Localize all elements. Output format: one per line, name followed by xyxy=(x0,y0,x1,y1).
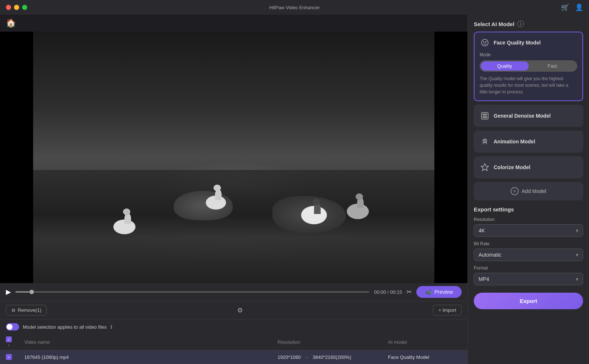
svg-rect-5 xyxy=(483,117,484,118)
res-to: 3840*2160(200%) xyxy=(313,354,351,360)
row-filename: 187645 (1080p).mp4 xyxy=(24,354,278,360)
close-button[interactable] xyxy=(6,5,11,10)
format-arrow: ▾ xyxy=(576,276,578,282)
title-bar: HitPaw Video Enhancer 🛒 👤 xyxy=(0,0,589,15)
model-toggle-switch[interactable] xyxy=(6,323,19,331)
add-model-label: Add Model xyxy=(522,188,546,194)
video-black-right xyxy=(434,32,468,283)
remove-button[interactable]: ⊖ Remove(1) xyxy=(6,305,47,315)
face-quality-model-card[interactable]: Face Quality Model Mode Quality Fast The… xyxy=(474,32,583,101)
cart-icon[interactable]: 🛒 xyxy=(561,3,569,11)
colorize-model-card[interactable]: Colorize Model xyxy=(474,156,583,178)
svg-rect-7 xyxy=(485,117,487,118)
row-ai-model: Face Quality Model xyxy=(388,354,462,360)
video-black-left xyxy=(0,32,33,283)
svg-point-1 xyxy=(483,42,484,42)
toggle-info-icon[interactable]: ℹ xyxy=(110,324,112,330)
ai-model-section-title: Select AI Model i xyxy=(474,21,583,27)
table-row[interactable]: ✓ 187645 (1080p).mp4 1920*1080 → 3840*21… xyxy=(0,350,468,364)
import-button[interactable]: + Import xyxy=(433,305,462,315)
general-denoise-model-name: General Denoise Model xyxy=(494,113,551,119)
res-arrow: → xyxy=(304,354,311,360)
resolution-value: 4K xyxy=(479,228,485,233)
general-denoise-model-card[interactable]: General Denoise Model xyxy=(474,105,583,127)
duck3 xyxy=(301,197,334,228)
minus-icon: ⊖ xyxy=(11,307,15,313)
export-label: Export xyxy=(520,298,537,304)
video-area xyxy=(0,32,468,283)
video-image xyxy=(33,32,434,283)
preview-button[interactable]: 📹 Preview xyxy=(416,286,462,298)
preview-label: Preview xyxy=(434,289,453,295)
progress-bar[interactable] xyxy=(15,291,370,293)
model-toggle-row: Model selection applies to all video fil… xyxy=(0,320,468,334)
bitrate-select[interactable]: Automatic ▾ xyxy=(474,249,583,261)
general-denoise-model-icon xyxy=(480,111,490,121)
play-button[interactable]: ▶ xyxy=(6,288,11,296)
header-chevron: › xyxy=(8,342,10,348)
mode-quality-option[interactable]: Quality xyxy=(481,61,529,71)
format-label: Format xyxy=(474,265,583,271)
svg-point-2 xyxy=(486,42,486,42)
duck4 xyxy=(347,197,374,223)
ai-model-info-icon[interactable]: i xyxy=(517,21,524,27)
resolution-label: Resolution xyxy=(474,217,583,222)
progress-fill xyxy=(15,291,29,293)
row-check-col: ✓ xyxy=(6,354,24,360)
video-canvas xyxy=(0,32,468,283)
duck1 xyxy=(113,212,143,238)
mode-toggle: Quality Fast xyxy=(480,60,577,72)
colorize-model-name: Colorize Model xyxy=(494,164,530,170)
toggle-thumb xyxy=(7,324,13,330)
row-checkbox[interactable]: ✓ xyxy=(6,354,12,360)
add-model-icon: + xyxy=(511,187,519,195)
right-panel: Select AI Model i Face Quality Model Mod… xyxy=(468,15,589,364)
svg-point-0 xyxy=(482,39,488,46)
duck2 xyxy=(206,190,232,213)
preview-icon: 📹 xyxy=(425,289,431,295)
home-button[interactable]: 🏠 xyxy=(0,15,468,32)
animation-model-name: Animation Model xyxy=(494,139,535,144)
svg-rect-6 xyxy=(485,114,487,115)
cut-button[interactable]: ✂ xyxy=(406,288,412,296)
maximize-button[interactable] xyxy=(22,5,27,10)
colorize-model-icon xyxy=(480,162,490,172)
row-resolution: 1920*1080 → 3840*2160(200%) xyxy=(278,354,388,360)
main-layout: 🏠 xyxy=(0,15,589,364)
mode-label: Mode xyxy=(480,52,577,57)
resolution-arrow: ▾ xyxy=(576,228,578,233)
traffic-lights xyxy=(6,5,27,10)
format-select[interactable]: MP4 ▾ xyxy=(474,273,583,285)
add-model-button[interactable]: + Add Model xyxy=(474,182,583,200)
header-checkbox[interactable]: ✓ xyxy=(6,336,12,342)
res-from: 1920*1080 xyxy=(278,354,301,360)
mode-fast-option[interactable]: Fast xyxy=(529,61,576,71)
sort-button[interactable]: ⚙ xyxy=(237,306,243,314)
header-check: ✓ › xyxy=(6,336,24,348)
animation-model-icon xyxy=(480,136,490,147)
mode-section: Mode Quality Fast The Quality model will… xyxy=(480,52,577,95)
svg-rect-4 xyxy=(483,114,484,115)
resolution-select[interactable]: 4K ▾ xyxy=(474,224,583,237)
svg-rect-3 xyxy=(482,113,488,119)
file-table-header: ✓ › Video name Resolution AI model xyxy=(0,334,468,350)
left-panel: 🏠 xyxy=(0,15,468,364)
remove-label: Remove(1) xyxy=(18,307,41,313)
app-title: HitPaw Video Enhancer xyxy=(269,5,320,10)
file-list-area: ⊖ Remove(1) ⚙ + Import Model selection a… xyxy=(0,301,468,364)
bitrate-arrow: ▾ xyxy=(576,252,578,258)
file-toolbar: ⊖ Remove(1) ⚙ + Import xyxy=(0,301,468,320)
title-bar-icons: 🛒 👤 xyxy=(561,3,583,11)
model-toggle-label: Model selection applies to all video fil… xyxy=(23,324,107,330)
export-section-title: Export settings xyxy=(474,206,583,213)
minimize-button[interactable] xyxy=(14,5,19,10)
select-ai-model-label: Select AI Model xyxy=(474,21,514,27)
time-display: 00:00 / 00:15 xyxy=(374,289,402,295)
import-label: + Import xyxy=(438,307,456,313)
header-name: Video name xyxy=(24,339,278,345)
account-icon[interactable]: 👤 xyxy=(575,3,583,11)
controls-bar: ▶ 00:00 / 00:15 ✂ 📹 Preview xyxy=(0,283,468,301)
export-button[interactable]: Export xyxy=(474,293,583,309)
water xyxy=(33,170,434,283)
animation-model-card[interactable]: Animation Model xyxy=(474,131,583,153)
